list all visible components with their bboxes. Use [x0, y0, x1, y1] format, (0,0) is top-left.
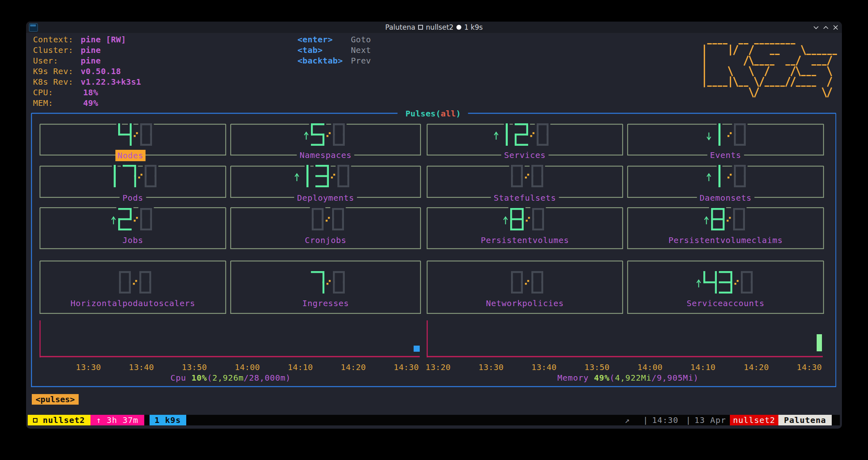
menu-action: Goto [351, 34, 371, 45]
terminal-window: Palutena nullset2 1 k9s Context:pine [RW… [26, 22, 842, 429]
session-square-icon [33, 418, 37, 423]
cluster-info-label: K8s Rev: [33, 77, 73, 87]
menu-key[interactable]: <tab> [297, 45, 323, 55]
tmux-statusbar: nullset2↑ 3h 37m1 k9s↗|14:30|13 Aprnulls… [28, 415, 840, 425]
cluster-info-label: Cluster: [33, 45, 73, 55]
tile-counter [499, 165, 545, 189]
tile-counter-trend-down [706, 123, 747, 147]
window-controls [813, 22, 839, 33]
k9s-terminal: Context:pine [RW]Cluster:pineUser:pineK9… [26, 33, 842, 429]
window-segment[interactable]: 1 k9s [150, 415, 186, 425]
tile-label-services[interactable]: Services [501, 150, 549, 160]
memory-tick: 14:10 [690, 362, 716, 372]
cluster-info-value: pine [81, 55, 101, 66]
active-dot-icon [456, 25, 461, 30]
cpu-latest-marker [414, 346, 420, 352]
network-arrow-icon: ↗ [625, 415, 630, 425]
view-title-prefix: Pulses( [405, 109, 441, 118]
statusbar-time: 14:30 [652, 415, 679, 425]
tile-label-events[interactable]: Events [707, 150, 744, 160]
k9s-logo [702, 34, 837, 98]
tile-label-cronjobs[interactable]: Cronjobs [305, 235, 346, 245]
tile-counter [300, 208, 346, 232]
statusbar-separator2: | [686, 415, 691, 425]
cpu-tick: 14:30 [394, 362, 419, 372]
tile-counter-trend-up [294, 165, 351, 189]
tile-counter [107, 271, 153, 295]
uptime-segment: ↑ 3h 37m [90, 415, 144, 425]
memory-tick: 13:20 [425, 362, 451, 372]
cpu-tick: 13:50 [182, 362, 207, 372]
memory-legend-total: /9,905Mi) [652, 373, 699, 383]
window-title-mid: nullset2 [426, 23, 454, 31]
menu-key[interactable]: <backtab> [297, 55, 343, 66]
tile-label-nodes[interactable]: Nodes [115, 150, 145, 161]
cluster-info-value: v0.50.18 [81, 66, 121, 77]
memory-legend-used: 4,922Mi [615, 373, 652, 383]
tile-counter-trend-up [699, 208, 747, 232]
tile-label-persistentvolumeclaims[interactable]: Persistentvolumeclaims [668, 235, 782, 245]
close-icon[interactable] [833, 24, 839, 31]
cpu-tick: 13:40 [129, 362, 154, 372]
memory-tick: 13:50 [584, 362, 610, 372]
cluster-info-label: CPU: [33, 87, 53, 98]
menu-action: Next [351, 45, 371, 55]
cpu-tick: 14:00 [235, 362, 260, 372]
tile-counter [106, 123, 154, 147]
tile-label-deployments[interactable]: Deployments [294, 193, 357, 203]
minimize-icon[interactable] [813, 24, 819, 31]
window-title-right: 1 k9s [464, 23, 483, 31]
memory-tick: 14:00 [637, 362, 663, 372]
memory-chart-axes [427, 320, 824, 357]
tile-label-daemonsets[interactable]: Daemonsets [697, 193, 754, 203]
cluster-info-value: v1.22.3+k3s1 [81, 77, 141, 87]
tile-label-jobs[interactable]: Jobs [123, 235, 143, 245]
memory-legend: Memory 49%(4,922Mi/9,905Mi) [557, 372, 699, 383]
cpu-legend-total: /28,000m) [244, 373, 291, 383]
tile-counter [101, 165, 158, 189]
breadcrumb-pulses[interactable]: <pulses> [32, 394, 79, 405]
cpu-tick: 14:10 [288, 362, 313, 372]
session-name: nullset2 [43, 415, 85, 425]
pane-square-icon [418, 25, 423, 30]
maximize-icon[interactable] [823, 24, 829, 31]
tile-label-statefulsets[interactable]: Statefulsets [491, 193, 559, 203]
tile-label-ingresses[interactable]: Ingresses [302, 298, 349, 309]
cluster-info-label: MEM: [33, 98, 53, 108]
view-title-arg: all [441, 109, 456, 118]
tile-label-namespaces[interactable]: Namespaces [297, 150, 354, 160]
memory-tick: 13:30 [478, 362, 504, 372]
cluster-info-label: K9s Rev: [33, 66, 73, 77]
cpu-legend-name: Cpu [170, 373, 191, 383]
cpu-tick: 13:30 [76, 362, 101, 372]
tile-label-networkpolicies[interactable]: Networkpolicies [486, 298, 564, 309]
cpu-legend: Cpu 10%(2,926m/28,000m) [170, 372, 291, 383]
tile-label-pods[interactable]: Pods [120, 193, 146, 203]
tile-counter-trend-up [299, 123, 346, 147]
tile-label-horizontalpodautoscalers[interactable]: Horizontalpodautoscalers [70, 298, 195, 309]
cluster-info-value: pine [81, 45, 101, 55]
cpu-legend-used: 2,926m [212, 373, 244, 383]
tile-label-serviceaccounts[interactable]: Serviceaccounts [687, 298, 764, 309]
session-segment[interactable]: nullset2 [28, 415, 91, 425]
cluster-info-value: pine [RW] [81, 34, 126, 45]
memory-legend-percent: 49% [594, 373, 610, 383]
view-title: Pulses(all) [402, 108, 465, 119]
user-segment: Palutena [778, 415, 832, 425]
memory-legend-name: Memory [557, 373, 594, 383]
cpu-chart-axes [40, 320, 421, 357]
tile-counter-trend-up [706, 165, 747, 189]
tile-label-persistentvolumes[interactable]: Persistentvolumes [481, 235, 569, 245]
tile-counter-trend-up [493, 123, 550, 147]
window-title-left: Palutena [385, 23, 415, 31]
window-titlebar[interactable]: Palutena nullset2 1 k9s [26, 22, 842, 33]
view-title-suffix: ) [456, 109, 461, 118]
menu-key[interactable]: <enter> [297, 34, 333, 45]
statusbar-date: 13 Apr [694, 415, 726, 425]
tile-counter [499, 271, 545, 295]
memory-tick: 14:30 [797, 362, 822, 372]
screen: Palutena nullset2 1 k9s Context:pine [RW… [0, 0, 868, 460]
cpu-tick: 14:20 [341, 362, 366, 372]
statusbar-separator: | [643, 415, 648, 425]
tile-counter-trend-up [691, 271, 754, 295]
